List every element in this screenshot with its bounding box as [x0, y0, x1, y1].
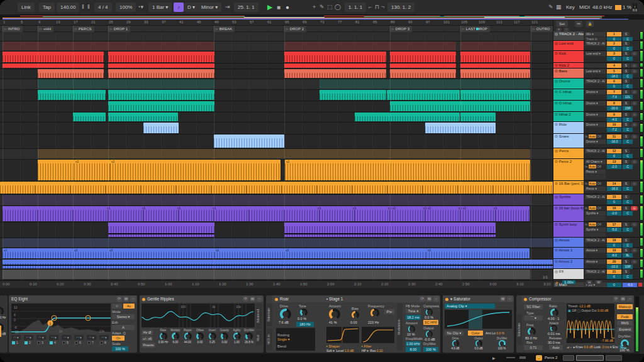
scale-name-menu[interactable]: Minor ▾	[197, 3, 221, 12]
save-preset-icon[interactable]: ▤	[620, 296, 626, 302]
eq-band-7[interactable]: ◠ ▾7	[87, 335, 96, 340]
comp-auto-release[interactable]: Auto	[549, 345, 563, 350]
track-number[interactable]: 3	[607, 52, 621, 56]
volume-field[interactable]: -16.0	[607, 140, 621, 144]
arm-button[interactable]: ⊙	[631, 160, 638, 164]
solo-button[interactable]: S	[623, 222, 630, 227]
collapse-icon[interactable]: −	[433, 296, 439, 302]
track-header-atmos-2[interactable]: ⊙ Atmos 2Atmos ▾20S⊙-10.010R	[553, 259, 644, 269]
routing-select[interactable]: TRACK 2 - A/ ▾	[585, 149, 606, 153]
track-number[interactable]: 7	[607, 90, 621, 94]
solo-button[interactable]: S	[623, 69, 630, 74]
monitor-switch[interactable]: In Auto Off	[585, 206, 606, 211]
volume-field[interactable]: 0	[607, 47, 621, 51]
track-header-track-2-abm[interactable]: ◎ TRACK 2 - AbmMix ▾Track In1S0C	[553, 31, 644, 41]
knob-dry-wet[interactable]: Dry/Wet26.8 %	[243, 329, 255, 344]
volume-field[interactable]: 0	[607, 275, 621, 279]
clip[interactable]: v2	[73, 248, 108, 258]
band-shape-icon[interactable]: ◠ ▾	[74, 335, 84, 340]
routing-select[interactable]: TRACK 2 - A/ ▾	[585, 270, 606, 274]
save-preset-icon[interactable]: ▤	[250, 296, 255, 302]
solo-button[interactable]: S	[623, 79, 630, 84]
zoom-width-button[interactable]: W	[595, 280, 602, 284]
arm-button[interactable]: ⊙	[631, 248, 638, 253]
solo-button[interactable]: S	[623, 195, 630, 199]
track-header-synths[interactable]: ◎ SynthsTRACK 2 - A/ ▾15S0C	[553, 194, 644, 206]
clip[interactable]	[3, 260, 553, 268]
clip[interactable]	[108, 112, 178, 121]
collapse-icon[interactable]: −	[257, 296, 262, 302]
track-header-o-hihat[interactable]: ⊙ O HihatDrums ▾8S⊙-20.015R	[553, 101, 644, 112]
track-row-o-hihat[interactable]	[0, 101, 553, 112]
track-header-kick-2[interactable]: ⊙ Kick 24S⊙	[553, 63, 644, 69]
clip[interactable]	[284, 41, 456, 50]
locator-intro[interactable]: ▷INTRO	[3, 26, 23, 32]
track-name[interactable]: ◎ Low end	[553, 41, 584, 50]
clip[interactable]	[319, 90, 386, 100]
track-header-synth-loop[interactable]: ⊙ Synth loopIn Auto OffSynths ▾17S⊙-5.0C	[553, 222, 644, 238]
clip[interactable]	[214, 134, 284, 148]
loop-length-field[interactable]: 130. 1. 2	[387, 3, 414, 12]
solo-button[interactable]: S	[623, 206, 630, 211]
track-name[interactable]: ⊙ Atmos 2	[553, 259, 584, 268]
clip[interactable]	[460, 112, 496, 121]
clip[interactable]	[38, 160, 74, 180]
band-enable-checkbox[interactable]	[100, 341, 103, 344]
volume-field[interactable]: 0	[607, 57, 621, 61]
knob-agility[interactable]: Agility1.00	[231, 329, 243, 344]
arm-button[interactable]: ⊙	[631, 90, 638, 94]
eq-edit-select[interactable]: A	[112, 325, 135, 330]
clip[interactable]: v1	[214, 248, 284, 258]
record-button[interactable]: ●	[286, 3, 289, 12]
track-row-drums[interactable]	[0, 79, 553, 90]
pan-field[interactable]: C	[623, 154, 633, 158]
eq-band-3[interactable]: ◠ ▾3	[36, 335, 46, 340]
track-row-snare[interactable]	[0, 134, 553, 149]
follow-icon[interactable]: ⇥	[225, 3, 230, 12]
comp-peak-mode[interactable]: Peak	[617, 314, 633, 319]
locator-+hh[interactable]: ▷+HH	[38, 26, 53, 32]
clip[interactable]	[390, 63, 456, 68]
solo-button[interactable]: S	[623, 63, 630, 68]
monitor-switch[interactable]: In Auto Off	[585, 165, 606, 169]
solo-button[interactable]: S	[623, 101, 630, 106]
knob-gravity[interactable]: Gravity0.00	[219, 329, 231, 344]
routing-select[interactable]: Low end ▾	[585, 52, 606, 56]
track-row-kick[interactable]	[0, 52, 553, 63]
tab-mod[interactable]: Mod	[256, 331, 262, 346]
solo-button[interactable]: S	[623, 160, 630, 164]
clip[interactable]	[38, 90, 72, 100]
track-number[interactable]: 12	[607, 149, 621, 153]
set-button[interactable]: Set	[556, 21, 568, 27]
device-on-led[interactable]	[142, 298, 145, 301]
track-header-atmos-1[interactable]: ⊙ Atmos 1Atmos ▾19S⊙-8.08L	[553, 248, 644, 259]
track-row-c-hihat[interactable]	[0, 90, 553, 101]
saturator-color-toggle[interactable]: Color	[468, 331, 483, 336]
knob-dry-wet[interactable]: Dry/Wet100 %	[491, 337, 513, 350]
locator-last-drop[interactable]: ▷LAST DROP	[460, 26, 490, 32]
track-number[interactable]: 2	[607, 41, 621, 46]
eq-band-4[interactable]: ◠ ▾4	[49, 335, 58, 340]
solo-button[interactable]: S	[623, 123, 630, 127]
arm-button[interactable]: ⊙	[631, 206, 638, 211]
track-number[interactable]: 20	[607, 260, 621, 264]
track-header-kick[interactable]: ⊙ KickLow end ▾3S⊙0C	[553, 51, 644, 63]
volume-field[interactable]: -2.0	[607, 165, 621, 169]
track-header-hihat-2[interactable]: ⊙ Hihat 2Drums ▾9S⊙-4.0C	[553, 112, 644, 122]
tab-modulation[interactable]: Modulation	[397, 304, 402, 351]
pan-field[interactable]: C	[623, 187, 633, 191]
knob-rate[interactable]: Rate0.90 Hz	[157, 329, 169, 344]
knob-multiply[interactable]: Multiply6.00	[170, 329, 182, 344]
track-number[interactable]: 16	[607, 206, 621, 211]
roar-schpf-toggle[interactable]: SC HPF	[423, 320, 438, 325]
groove-amount-field[interactable]: 100%	[116, 3, 136, 12]
pan-field[interactable]: C	[623, 140, 633, 144]
clip[interactable]	[390, 52, 456, 62]
device-compressor[interactable]: Sidechain Compressor ⟳ ▤ − SC Filter Typ…	[516, 295, 634, 353]
clip[interactable]	[3, 195, 530, 205]
add-track-icon[interactable]: ✛	[555, 280, 558, 285]
band-enable-checkbox[interactable]	[12, 341, 15, 344]
volume-field[interactable]: 0	[607, 84, 621, 89]
locator-drop-3[interactable]: ▷DROP 3	[390, 26, 412, 32]
track-header-16-bar-perc-3-[interactable]: ⊙ 16 Bar (perc 3)In Auto OffPercs ▾14S⊙-…	[553, 181, 644, 194]
